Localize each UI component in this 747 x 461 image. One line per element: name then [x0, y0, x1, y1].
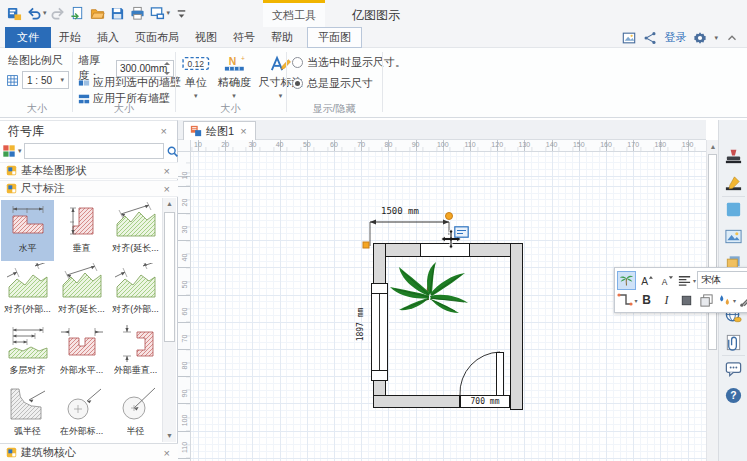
- symbol-library-title: 符号库: [8, 123, 159, 140]
- ribbon-button-单位[interactable]: 0.12单位▾: [178, 52, 214, 102]
- h-ruler-number: 70: [352, 141, 370, 148]
- shape-item-radius[interactable]: 半径: [109, 383, 162, 442]
- section-基本绘图形状[interactable]: 基本绘图形状×: [0, 162, 178, 179]
- shape-item-multi[interactable]: 多层对齐: [1, 322, 54, 383]
- potted-plant[interactable]: [385, 260, 471, 322]
- dock-separator: [722, 196, 745, 197]
- duplicate-button[interactable]: [697, 291, 716, 310]
- symbol-search-input[interactable]: [24, 143, 164, 159]
- bold-button[interactable]: B: [637, 291, 656, 310]
- tab-视图[interactable]: 视图: [187, 27, 225, 48]
- theme-colors-button[interactable]: ▾: [717, 291, 736, 310]
- picture-icon[interactable]: [723, 226, 744, 247]
- attachment-icon[interactable]: [723, 332, 744, 353]
- shape-item-align-out[interactable]: 对齐(外部...: [109, 261, 162, 322]
- app-logo-button[interactable]: [5, 4, 23, 22]
- settings-caret-icon[interactable]: ▾: [714, 34, 718, 42]
- tab-floorplan[interactable]: 平面图: [307, 27, 362, 48]
- open-button[interactable]: [89, 4, 107, 22]
- radio-checked-icon[interactable]: [292, 78, 303, 89]
- comment-icon[interactable]: [723, 358, 744, 379]
- close-section-button[interactable]: ×: [162, 447, 172, 459]
- section-尺寸标注[interactable]: 尺寸标注×: [0, 180, 178, 197]
- export-image-button[interactable]: [622, 31, 636, 45]
- increase-font-button[interactable]: A: [637, 271, 656, 290]
- shape-item-dim-v[interactable]: 垂直: [55, 200, 108, 261]
- tab-drawing1[interactable]: 绘图1 ×: [183, 121, 256, 140]
- shape-item-dim-h[interactable]: 水平: [1, 200, 54, 261]
- shape-label: 对齐(外部...: [112, 303, 159, 316]
- scale-grid-icon: [6, 74, 19, 87]
- undo-button[interactable]: [25, 4, 43, 22]
- wall-bottom[interactable]: [373, 395, 460, 408]
- new-template-button[interactable]: [69, 4, 87, 22]
- text-align-button[interactable]: ▾: [677, 271, 696, 290]
- wall-thickness-spinner[interactable]: [164, 62, 172, 75]
- selection-handle-square[interactable]: [363, 242, 369, 248]
- fill-style-icon[interactable]: [723, 199, 744, 220]
- height-dimension-label: 1897 mm: [356, 296, 365, 354]
- undo-caret-icon[interactable]: ▾: [43, 9, 47, 17]
- ribbon-button-精确度[interactable]: N+精确度▾: [214, 52, 255, 102]
- h-ruler-number: 10: [189, 141, 207, 148]
- collapse-ribbon-button[interactable]: [725, 31, 739, 45]
- ribbon: 绘图比例尺 1 : 50 ▾ 大小 墙厚度： 300.00mm 应用到选中的墙壁…: [0, 48, 747, 118]
- print-button[interactable]: [129, 4, 147, 22]
- recent-symbol-button[interactable]: [617, 271, 636, 290]
- tab-开始[interactable]: 开始: [51, 27, 89, 48]
- close-tab-button[interactable]: ×: [238, 125, 248, 137]
- radio-option[interactable]: 当选中时显示尺寸。: [292, 55, 406, 70]
- shape-item-radius-out[interactable]: 在外部标...: [55, 383, 108, 442]
- panel-scrollbar-thumb[interactable]: [164, 212, 175, 342]
- section-building-core[interactable]: 建筑物核心 ×: [0, 443, 178, 461]
- scroll-up-icon[interactable]: ▲: [163, 198, 176, 210]
- settings-gear-button[interactable]: [693, 31, 707, 45]
- close-section-button[interactable]: ×: [162, 183, 172, 195]
- rotation-handle-circle[interactable]: [446, 213, 453, 220]
- shape-item-out-h[interactable]: 外部水平...: [55, 322, 108, 383]
- shape-item-align-ext[interactable]: 对齐(延长...: [55, 261, 108, 322]
- scale-select[interactable]: 1 : 50 ▾: [22, 71, 69, 89]
- shape-item-arc-r[interactable]: 弧半径: [1, 383, 54, 442]
- radio-option[interactable]: 总是显示尺寸: [292, 76, 406, 91]
- apply-selected-walls-button[interactable]: 应用到选中的墙壁: [78, 75, 181, 90]
- search-icon[interactable]: [166, 145, 179, 158]
- window-cap-bottom: [372, 370, 387, 371]
- panel-scrollbar[interactable]: ▲ ▼: [162, 198, 176, 442]
- door-leaf[interactable]: [496, 352, 504, 396]
- toolbar-more-button[interactable]: [172, 4, 190, 22]
- tab-插入[interactable]: 插入: [89, 27, 127, 48]
- palette-caret-icon[interactable]: ▾: [18, 147, 22, 155]
- save-button[interactable]: [109, 4, 127, 22]
- connector-tool-button[interactable]: ▾: [617, 291, 636, 310]
- signature-icon[interactable]: [723, 173, 744, 194]
- redo-button[interactable]: [49, 4, 67, 22]
- export-caret-icon[interactable]: ▾: [167, 9, 171, 17]
- tab-页面布局[interactable]: 页面布局: [127, 27, 187, 48]
- stamp-icon[interactable]: [723, 146, 744, 167]
- shape-fill-button[interactable]: [677, 291, 696, 310]
- close-panel-button[interactable]: ×: [159, 125, 169, 137]
- h-ruler-number: 120: [488, 141, 506, 148]
- share-button[interactable]: [643, 31, 657, 45]
- login-button[interactable]: 登录: [664, 30, 686, 45]
- shape-item-out-v[interactable]: 外部垂直...: [109, 322, 162, 383]
- shape-item-align-ext[interactable]: 对齐(延长...: [109, 200, 162, 261]
- help-icon[interactable]: ?: [723, 385, 744, 406]
- scroll-down-icon[interactable]: ▼: [163, 430, 176, 442]
- tools-button[interactable]: [737, 291, 747, 310]
- tab-帮助[interactable]: 帮助: [263, 27, 301, 48]
- tab-符号[interactable]: 符号: [225, 27, 263, 48]
- tab-file[interactable]: 文件: [5, 27, 51, 48]
- decrease-font-button[interactable]: A: [657, 271, 676, 290]
- italic-button[interactable]: I: [657, 291, 676, 310]
- canvas-scrollbar-thumb[interactable]: [708, 154, 717, 350]
- radio-unchecked-icon[interactable]: [292, 57, 303, 68]
- wall-thickness-input[interactable]: 300.00mm: [116, 60, 174, 77]
- export-button[interactable]: [149, 4, 167, 22]
- shape-item-align-out[interactable]: 对齐(外部...: [1, 261, 54, 322]
- close-section-button[interactable]: ×: [162, 165, 172, 177]
- symbol-palette-button[interactable]: [2, 144, 16, 158]
- font-family-select[interactable]: 宋体 ▾: [697, 271, 747, 289]
- section-label: 建筑物核心: [21, 445, 158, 460]
